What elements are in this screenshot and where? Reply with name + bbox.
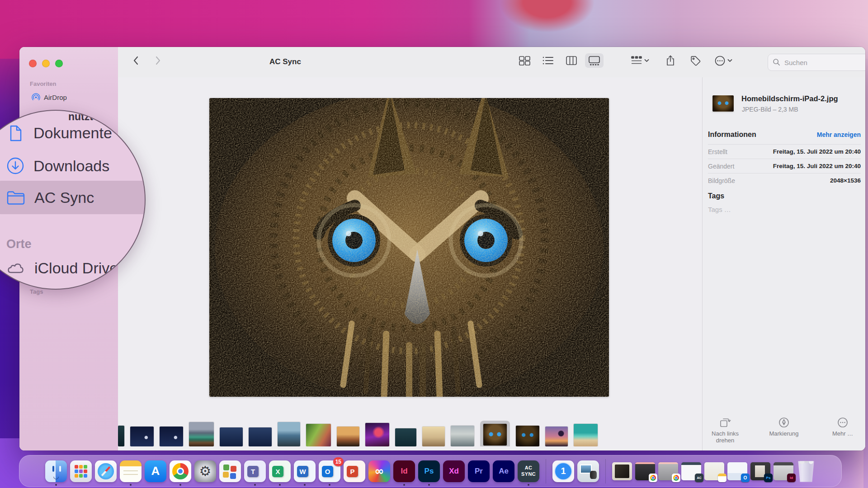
dock-photoshop-icon[interactable]: Ps: [418, 460, 440, 482]
dock-powerpoint-icon[interactable]: P: [344, 460, 365, 482]
notification-badge: 15: [333, 457, 344, 466]
more-actions-button[interactable]: Mehr …: [821, 417, 864, 444]
info-row-modified: Geändert Freitag, 15. Juli 2022 um 20:40: [708, 159, 861, 173]
powerpoint-tile: P: [347, 466, 358, 477]
dock-indesign-icon[interactable]: Id: [393, 460, 415, 482]
gallery-thumbnail-owl-blue-eyes-2[interactable]: [516, 426, 539, 446]
dock-app-store-icon[interactable]: A: [145, 460, 166, 482]
gallery-thumbnail-selected-frame: [480, 421, 510, 446]
dock-excel-icon[interactable]: X: [269, 460, 291, 482]
dock-minimized-chrome-window-dark[interactable]: [635, 462, 655, 480]
rotate-left-icon: [719, 417, 731, 428]
gallery-thumbnail-dark-teal-clip[interactable]: [118, 426, 124, 446]
view-gallery-button[interactable]: [585, 53, 604, 68]
forward-button[interactable]: [150, 53, 166, 68]
dock-ac-sync-icon[interactable]: AC SYNC: [518, 460, 539, 482]
group-by-button[interactable]: [627, 53, 653, 68]
dock-finder-icon[interactable]: ◡: [45, 460, 67, 482]
ps-badge-icon: Ps: [764, 474, 773, 482]
dock-xd-icon[interactable]: Xd: [443, 460, 465, 482]
dock-minimized-picture-frame-window[interactable]: [612, 462, 632, 480]
acsync-badge-icon: AC: [695, 474, 703, 482]
search-input[interactable]: [768, 54, 865, 71]
close-button[interactable]: [29, 60, 37, 67]
dock-notes-icon[interactable]: [120, 460, 142, 482]
download-circle-icon: [6, 157, 24, 175]
gallery-thumbnail-snow-night[interactable]: [220, 427, 243, 446]
dock-one-password-icon[interactable]: 1: [552, 460, 574, 482]
search-field: [768, 54, 865, 71]
gallery-thumbnail-mountain-clouds-lake[interactable]: [189, 422, 214, 446]
traffic-lights: [29, 60, 63, 67]
after-effects-glyph: Ae: [493, 460, 514, 482]
word-tile: W: [297, 466, 308, 477]
dock-image-utility-icon[interactable]: [577, 460, 599, 482]
dock-outlook-icon[interactable]: O15: [319, 460, 340, 482]
gallery-thumbnail-beach-waves[interactable]: [574, 424, 598, 446]
dock-minimized-photoshop-window[interactable]: Ps: [750, 462, 770, 480]
dock-safari-icon[interactable]: [95, 460, 117, 482]
info-row-dimensions: Bildgröße 2048×1536: [708, 173, 861, 188]
dock-color-tiles-icon[interactable]: [219, 460, 241, 482]
gallery-thumbnail-balloon-sunset[interactable]: [545, 427, 568, 446]
gallery-thumbnail-jellyfish-purple[interactable]: [365, 423, 389, 446]
sidebar-favorites-header: Favoriten: [30, 80, 57, 87]
cloud-icon: [5, 259, 25, 277]
sidebar-item-downloads[interactable]: Downloads: [6, 157, 109, 175]
gallery-thumbnail-owl-dark-teal[interactable]: [395, 428, 416, 446]
gallery-thumbnail-sand-boat[interactable]: [422, 427, 445, 446]
gallery-thumbnail-sunset-field[interactable]: [337, 427, 359, 446]
outlook-badge-icon: O: [741, 474, 750, 482]
dock-chrome-icon[interactable]: [170, 460, 191, 482]
dock-trash-icon[interactable]: [797, 460, 816, 482]
tags-button[interactable]: [687, 53, 704, 68]
gallery-thumbnail-astronaut-night-2[interactable]: [160, 427, 183, 446]
sidebar-item-ac-sync[interactable]: AC Sync: [6, 189, 94, 206]
search-icon: [773, 58, 780, 66]
minimize-button[interactable]: [42, 60, 50, 67]
sidebar-item-airdrop[interactable]: AirDrop: [32, 93, 67, 102]
more-options-button[interactable]: [711, 53, 736, 68]
back-button[interactable]: [128, 53, 144, 68]
dock-launchpad-icon[interactable]: [70, 460, 92, 482]
share-button[interactable]: [662, 53, 679, 68]
markup-button[interactable]: Markierung: [762, 417, 806, 444]
more-circle-icon: [837, 417, 848, 428]
dock-minimized-outlook-window[interactable]: O: [727, 462, 747, 480]
dock-system-preferences-icon[interactable]: ⚙: [194, 460, 216, 482]
dock-creative-cloud-icon[interactable]: ∞: [368, 460, 390, 482]
dock-minimized-chrome-window-gray[interactable]: [658, 462, 678, 480]
gallery-content: [118, 77, 702, 450]
window-title: AC Sync: [269, 57, 301, 66]
dock-minimized-ac-sync-window[interactable]: AC: [681, 462, 701, 480]
sidebar-item-icloud-drive[interactable]: iCloud Drive: [5, 259, 118, 277]
chevron-down-icon: [727, 59, 732, 62]
gallery-thumbnail-strip: [118, 405, 702, 446]
chevron-down-icon: [644, 59, 649, 62]
view-columns-button[interactable]: [562, 53, 580, 68]
app-store-glyph: A: [145, 460, 166, 482]
markup-icon: [778, 417, 789, 428]
gallery-thumbnail-snow-night-2[interactable]: [249, 427, 272, 446]
gallery-thumbnail-owl-blue-eyes[interactable]: [483, 424, 507, 446]
running-indicator-dot: [130, 484, 132, 486]
dock-after-effects-icon[interactable]: Ae: [493, 460, 514, 482]
view-list-button[interactable]: [539, 53, 557, 68]
gallery-thumbnail-astronaut-night[interactable]: [130, 427, 154, 446]
zoom-button[interactable]: [55, 60, 63, 67]
rotate-left-button[interactable]: Nach links drehen: [703, 417, 747, 444]
dock-premiere-icon[interactable]: Pr: [468, 460, 490, 482]
view-icons-button[interactable]: [515, 53, 534, 68]
running-indicator-dot: [403, 484, 405, 486]
gallery-thumbnail-chameleon[interactable]: [306, 424, 331, 446]
tags-input-placeholder[interactable]: Tags …: [708, 206, 731, 213]
dock-minimized-indesign-window[interactable]: Id: [774, 462, 793, 480]
dock-teams-icon[interactable]: T: [244, 460, 266, 482]
chrome-badge-icon: [649, 474, 657, 482]
sidebar-item-documents[interactable]: Dokumente: [7, 124, 112, 142]
show-more-link[interactable]: Mehr anzeigen: [817, 131, 861, 138]
dock-minimized-notes-window[interactable]: [704, 462, 724, 480]
dock-word-icon[interactable]: W: [294, 460, 316, 482]
gallery-thumbnail-mountain-lake-person[interactable]: [278, 422, 300, 446]
gallery-thumbnail-figure-rain[interactable]: [451, 426, 474, 446]
